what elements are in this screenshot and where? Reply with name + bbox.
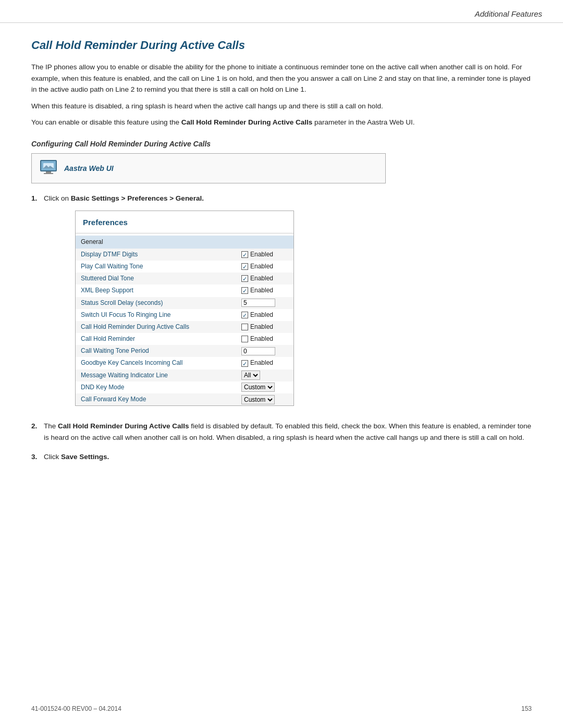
step-3-number: 3. (31, 451, 41, 463)
pref-row-play-call-waiting: Play Call Waiting Tone Enabled (76, 261, 293, 273)
page-footer: 41-001524-00 REV00 – 04.2014 153 (31, 705, 532, 712)
pref-row-stuttered-dial: Stuttered Dial Tone Enabled (76, 273, 293, 285)
checkbox-play-call-waiting[interactable] (241, 263, 248, 270)
chapter-title: Call Hold Reminder During Active Calls (31, 39, 532, 52)
step-1-content: Click on Basic Settings > Preferences > … (44, 193, 532, 412)
web-ui-box: Aastra Web UI (31, 153, 386, 183)
header-title: Additional Features (475, 9, 542, 18)
section-heading: Configuring Call Hold Reminder During Ac… (31, 140, 532, 148)
pref-row-status-scroll: Status Scroll Delay (seconds) (76, 297, 293, 309)
pref-section-general: General (76, 236, 293, 249)
step-3-content: Click Save Settings. (44, 451, 532, 463)
page-header: Additional Features (0, 0, 563, 23)
intro-paragraph-1: The IP phones allow you to enable or dis… (31, 61, 532, 95)
monitor-icon (39, 159, 58, 178)
checkbox-call-hold[interactable] (241, 336, 248, 342)
select-call-forward-key[interactable]: Custom (241, 395, 275, 404)
step-1: 1. Click on Basic Settings > Preferences… (31, 193, 532, 412)
footer-right: 153 (521, 705, 532, 712)
checkbox-stuttered-dial[interactable] (241, 275, 248, 282)
checkbox-call-hold-active[interactable] (241, 324, 248, 330)
select-dnd-key[interactable]: Custom (241, 382, 275, 392)
checkbox-xml-beep[interactable] (241, 287, 248, 294)
checkbox-goodbye-key[interactable] (241, 360, 248, 367)
pref-row-xml-beep: XML Beep Support Enabled (76, 285, 293, 297)
pref-row-switch-ui: Switch UI Focus To Ringing Line Enabled (76, 309, 293, 321)
pref-row-call-hold-reminder: Call Hold Reminder Enabled (76, 333, 293, 345)
pref-row-call-forward-key: Call Forward Key Mode Custom (76, 393, 293, 405)
step-2-content: The Call Hold Reminder During Active Cal… (44, 421, 532, 443)
step-1-number: 1. (31, 193, 41, 412)
main-content: Call Hold Reminder During Active Calls T… (0, 23, 563, 492)
checkbox-display-dtmf[interactable] (241, 251, 248, 258)
step-2: 2. The Call Hold Reminder During Active … (31, 421, 532, 443)
select-msg-waiting[interactable]: All (241, 371, 260, 380)
intro-paragraph-3: You can enable or disable this feature u… (31, 117, 532, 128)
pref-row-display-dtmf: Display DTMF Digits Enabled (76, 249, 293, 261)
intro-paragraph-2: When this feature is disabled, a ring sp… (31, 101, 532, 112)
preferences-panel: Preferences General Display DTMF Digits … (75, 211, 294, 406)
pref-row-dnd-key: DND Key Mode Custom (76, 381, 293, 393)
checkbox-switch-ui[interactable] (241, 312, 248, 318)
footer-left: 41-001524-00 REV00 – 04.2014 (31, 705, 121, 712)
svg-rect-2 (46, 171, 51, 173)
svg-rect-3 (44, 173, 53, 174)
input-status-scroll[interactable] (241, 299, 275, 307)
pref-row-msg-waiting: Message Waiting Indicator Line All (76, 369, 293, 381)
pref-title: Preferences (76, 211, 293, 231)
steps-list: 1. Click on Basic Settings > Preferences… (31, 193, 532, 463)
pref-row-goodbye-key: Goodbye Key Cancels Incoming Call Enable… (76, 357, 293, 369)
step-2-number: 2. (31, 421, 41, 443)
pref-row-call-waiting-period: Call Waiting Tone Period (76, 345, 293, 357)
web-ui-label: Aastra Web UI (64, 164, 114, 172)
step-3: 3. Click Save Settings. (31, 451, 532, 463)
pref-row-call-hold-reminder-active: Call Hold Reminder During Active Calls E… (76, 321, 293, 333)
input-call-waiting-period[interactable] (241, 347, 275, 355)
